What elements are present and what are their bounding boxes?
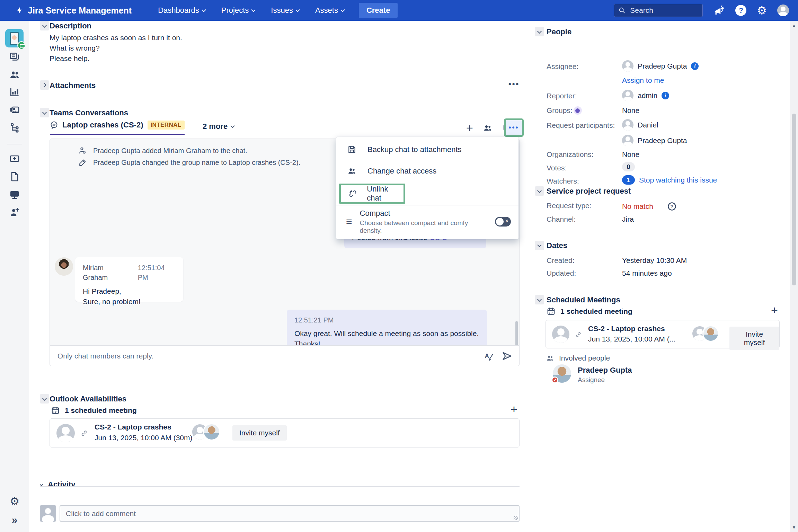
teams-collapse-button[interactable] — [40, 108, 49, 117]
participants-label: Request participants: — [547, 121, 615, 130]
compact-label: Compact — [360, 209, 487, 218]
groups-label: Groups: — [547, 106, 582, 115]
search-box[interactable] — [614, 4, 703, 17]
invite-myself-button[interactable]: Invite myself — [232, 425, 287, 441]
document-icon[interactable] — [9, 171, 20, 182]
send-icon[interactable] — [502, 351, 512, 361]
comment-field[interactable] — [60, 505, 520, 522]
channels-icon[interactable] — [9, 104, 20, 115]
participant-row[interactable]: Daniel — [622, 119, 658, 131]
portal-monitor-icon[interactable] — [9, 189, 20, 200]
outlook-title: Outlook Availabilities — [50, 394, 126, 404]
announcements-icon[interactable] — [713, 5, 725, 16]
page-scrollbar[interactable]: ▲ ▼ — [790, 21, 798, 532]
invite-teammate-icon[interactable] — [9, 207, 20, 218]
queues-icon[interactable] — [9, 51, 20, 62]
add-people-icon[interactable] — [483, 123, 493, 133]
person-added-icon — [78, 147, 87, 155]
info-icon[interactable]: i — [662, 92, 669, 99]
dates-collapse-button[interactable] — [535, 241, 544, 250]
reporter-value[interactable]: admin i — [622, 90, 669, 101]
calendar-icon — [51, 406, 60, 415]
involved-name: Pradeep Gupta — [578, 366, 632, 375]
attachments-more-icon[interactable]: ••• — [508, 80, 520, 89]
more-chats-dropdown[interactable]: 2 more — [203, 122, 234, 131]
top-nav: Jira Service Management Dashboards Proje… — [0, 0, 798, 21]
compact-toggle[interactable]: × — [495, 217, 511, 227]
issue-main: Description My laptop crashes as soon as… — [29, 21, 533, 532]
customers-icon[interactable] — [9, 69, 20, 80]
chat-bubble-icon — [50, 121, 58, 129]
card-add-icon[interactable] — [9, 153, 20, 164]
views-tree-icon[interactable] — [9, 122, 20, 133]
assign-to-me-link[interactable]: Assign to me — [622, 76, 664, 85]
attachments-expand-button[interactable] — [40, 80, 49, 90]
participant-row[interactable]: Pradeep Gupta — [622, 135, 687, 146]
description-line: What is wrong? — [50, 44, 100, 52]
invite-myself-button[interactable]: Invite myself — [729, 327, 779, 350]
chevron-down-icon — [251, 8, 256, 12]
scheduled-meeting-card[interactable]: CS-2 - Laptop crashes Jun 13, 2025, 10:0… — [546, 320, 780, 348]
meetings-title: Scheduled Meetings — [547, 295, 620, 304]
scroll-down-icon[interactable]: ▼ — [790, 525, 798, 530]
format-text-icon[interactable]: A — [484, 351, 494, 361]
meetings-collapse-button[interactable] — [535, 295, 544, 304]
votes-value: 0 — [622, 162, 635, 171]
project-avatar[interactable] — [5, 29, 24, 47]
attendee-avatar-photo — [702, 325, 719, 342]
add-meeting-icon[interactable]: + — [771, 304, 778, 316]
search-icon — [618, 7, 626, 14]
participant-avatar — [622, 135, 633, 146]
create-button[interactable]: Create — [359, 3, 398, 18]
chat-scrollbar[interactable] — [515, 321, 518, 345]
settings-gear-icon[interactable]: ⚙ — [757, 5, 767, 16]
stop-watching-link[interactable]: Stop watching this issue — [639, 176, 717, 184]
menu-item-change-access[interactable]: Change chat access — [336, 160, 518, 182]
meeting-title: CS-2 - Laptop crashes — [588, 325, 665, 333]
description-collapse-button[interactable] — [40, 21, 49, 30]
channel-label: Channel: — [547, 215, 576, 223]
participant-avatar — [622, 119, 633, 131]
chat-more-menu-button[interactable]: ••• — [506, 120, 522, 135]
service-collapse-button[interactable] — [535, 186, 544, 196]
nav-assets[interactable]: Assets — [315, 6, 344, 15]
comment-input[interactable] — [65, 509, 514, 518]
help-icon[interactable]: ? — [735, 5, 746, 16]
nav-menus: Dashboards Projects Issues Assets — [158, 6, 344, 15]
votes-pill: 0 — [622, 162, 635, 171]
app-logo[interactable]: Jira Service Management — [15, 5, 132, 16]
outlook-meeting-card[interactable]: CS-2 - Laptop crashes Jun 13, 2025, 10:0… — [50, 418, 520, 447]
user-avatar[interactable] — [777, 5, 789, 16]
internal-badge: INTERNAL — [148, 121, 185, 130]
groups-badge-icon[interactable] — [574, 106, 582, 115]
outlook-meeting-count: 1 scheduled meeting — [51, 406, 137, 415]
menu-item-backup-chat[interactable]: Backup chat to attachments — [336, 139, 518, 160]
outlook-collapse-button[interactable] — [40, 394, 49, 404]
new-chat-icon[interactable]: + — [466, 122, 473, 134]
assignee-value[interactable]: Pradeep Gupta i — [622, 60, 699, 72]
watchers-value: 1 Stop watching this issue — [622, 175, 717, 185]
info-icon[interactable]: i — [691, 62, 699, 70]
chat-system-message: Pradeep Gupta changed the group name to … — [78, 158, 300, 167]
involved-avatar-wrap — [553, 364, 571, 383]
chat-reply-input[interactable] — [57, 352, 484, 361]
scroll-up-icon[interactable]: ▲ — [790, 23, 798, 28]
chat-tab-active[interactable]: Laptop crashes (CS-2) INTERNAL — [50, 121, 185, 135]
nav-projects[interactable]: Projects — [221, 6, 255, 15]
svg-text:?: ? — [671, 204, 674, 209]
people-collapse-button[interactable] — [535, 27, 544, 36]
nav-dashboards[interactable]: Dashboards — [158, 6, 205, 15]
scrollbar-thumb[interactable] — [792, 114, 796, 285]
project-settings-gear-icon[interactable]: ⚙ — [0, 495, 29, 508]
menu-item-compact[interactable]: ≡ Compact Choose between compact and com… — [336, 205, 518, 239]
question-circle-icon[interactable]: ? — [667, 202, 677, 211]
assignee-avatar — [622, 60, 633, 72]
menu-item-unlink-chat[interactable]: Unlink chat — [341, 185, 404, 202]
chat-message-miriam: Miriam Graham 12:51:04 PM Hi Pradeep, Su… — [75, 257, 183, 302]
add-meeting-icon[interactable]: + — [511, 403, 517, 415]
search-input[interactable] — [629, 6, 692, 15]
resize-handle[interactable] — [514, 516, 518, 520]
nav-issues[interactable]: Issues — [271, 6, 299, 15]
expand-sidebar-icon[interactable]: » — [0, 514, 29, 526]
reports-icon[interactable] — [9, 87, 20, 98]
